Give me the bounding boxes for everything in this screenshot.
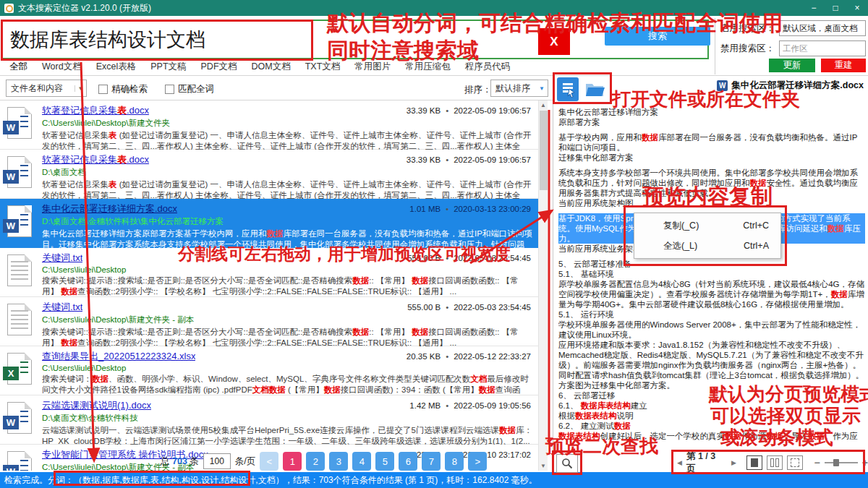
file-name-link[interactable]: 查询结果导出_20220512223324.xlsx (42, 350, 195, 363)
enable-zone-input[interactable]: 默认区域，桌面文档 (779, 20, 866, 36)
file-snippet: 软著登记信息采集表 (如登记过请勿重复登记) 一、申请人信息主体全称、证件号、证… (42, 179, 532, 201)
page-size-input[interactable]: 100 (203, 453, 231, 469)
tab-6[interactable]: TXT文档 (299, 59, 347, 76)
minimize-button[interactable]: − (803, 0, 825, 16)
clear-search-button[interactable]: X (538, 28, 570, 55)
scroll-down-icon[interactable]: ▼ (539, 461, 548, 471)
zoom-slider[interactable]: − + (814, 457, 868, 468)
file-row[interactable]: 关键词.txt 555.00 B • 2022-05-03 23:54:45 C… (0, 248, 538, 297)
whole-word-checkbox[interactable]: 匹配全词 (165, 83, 214, 95)
close-button[interactable]: × (846, 0, 868, 16)
search-field-dropdown[interactable]: 文件名和内容 ▼ (6, 80, 87, 97)
page-button-3[interactable]: 3 (329, 452, 348, 471)
checkbox-icon[interactable] (165, 85, 174, 94)
zoom-track[interactable] (825, 462, 858, 463)
search-button[interactable]: 搜索 (605, 27, 710, 46)
scroll-up-icon[interactable]: ▲ (539, 100, 548, 110)
double-page-mode-button[interactable] (767, 455, 783, 470)
file-snippet: 搜索关键词::提示语::搜索域::是否正则::是否区分大小写::是否全词匹配::… (42, 275, 532, 297)
file-snippet: 软著登记信息采集表 (如登记过请勿重复登记) 一、申请人信息主体全称、证件号、证… (42, 130, 532, 152)
next-page-icon[interactable]: ▶ (731, 459, 736, 466)
maximize-button[interactable]: □ (825, 0, 846, 16)
page-buttons: <12345678> (260, 452, 487, 471)
chevron-down-icon: ▼ (536, 85, 548, 92)
file-path: C:\Users\liulei\Desktop\新建文件夹 - 副本 (42, 314, 532, 325)
tab-4[interactable]: PDF文档 (195, 59, 244, 76)
preview-paragraph: 数据表结构创建好以后，选定一个学校的真实数据作为源数据，导入数据。作为应用系统测… (558, 431, 865, 441)
file-name-link[interactable]: 集中化云部署迁移详细方案.docx (42, 202, 177, 215)
preview-paragraph: 应用环境搭建和版本要求：Java1.8.152（为兼容性和稳定性不改变不升级）、… (558, 340, 865, 390)
exact-search-checkbox[interactable]: 精确检索 (98, 83, 148, 95)
preview-find-button[interactable] (556, 454, 578, 473)
zoom-out-icon[interactable]: − (814, 457, 820, 468)
file-row[interactable]: 关键词.txt 555.00 B • 2022-05-03 23:54:45 C… (0, 297, 538, 346)
file-row[interactable]: W 软著登记信息采集表.docx 33.39 KB • 2022-05-09 1… (0, 100, 538, 150)
file-name-link[interactable]: 关键词.txt (42, 252, 82, 265)
tab-0[interactable]: 全部 (3, 59, 34, 76)
file-snippet: 搜索关键词::提示语::搜索域::是否正则::是否区分大小写::是否全词匹配::… (42, 327, 532, 348)
disable-zone-input[interactable]: 工作区 (779, 40, 866, 56)
preview-paragraph: 5.1、 运行环境 (558, 309, 865, 320)
scroll-mode-button[interactable] (787, 455, 803, 470)
file-name-link[interactable]: 关键词.txt (42, 301, 82, 314)
file-row[interactable]: W 集中化云部署迁移详细方案.docx 1.01 MB • 2020-03-13… (0, 199, 538, 248)
page-button-1[interactable]: 1 (283, 452, 302, 471)
results-scrollbar[interactable]: ▲ ▼ (538, 100, 548, 471)
tab-8[interactable]: 常用压缩包 (399, 59, 457, 76)
zoom-in-icon[interactable]: + (862, 457, 868, 468)
panel-splitter[interactable] (553, 75, 553, 472)
file-date: 2022-05-03 23:54:45 (454, 303, 532, 312)
file-row[interactable]: W 云端选课测试说明(1).docx 1.42 MB • 2022-05-09 … (0, 395, 538, 445)
page-indicator: 第 1 / 3 页 (686, 450, 727, 475)
context-menu-item[interactable]: 复制(_C)Ctrl+C (634, 215, 780, 236)
file-path: C:\Users\liulei\Desktop (42, 364, 532, 372)
rebuild-index-button[interactable]: 重建 (821, 59, 866, 72)
word-file-icon: W (7, 205, 32, 237)
tab-5[interactable]: DOM文档 (245, 59, 297, 76)
file-name-link[interactable]: 软著登记信息采集表.docx (42, 104, 149, 117)
tab-1[interactable]: Word文档 (35, 59, 88, 76)
tab-2[interactable]: Excel表格 (90, 59, 143, 76)
file-name-link[interactable]: 云端选课测试说明(1).docx (42, 399, 151, 412)
chevron-down-icon: ▼ (75, 85, 86, 92)
context-menu: 复制(_C)Ctrl+C全选(_L)Ctrl+A (634, 213, 781, 259)
tab-7[interactable]: 常用图片 (348, 59, 397, 76)
word-file-icon: W (7, 156, 32, 188)
file-row[interactable]: W 软著登记信息采集表.docx 33.39 KB • 2022-05-09 1… (0, 150, 538, 199)
enable-zone-label: 启用搜索区： (720, 22, 775, 35)
zoom-thumb[interactable] (833, 459, 839, 466)
page-button-6[interactable]: 6 (399, 452, 417, 471)
preview-content[interactable]: 集中化云部署迁移详细方案原部署方案基于学校内网，应用和数据库部署在同一台服务器，… (558, 107, 865, 441)
preview-paragraph: 5、 云部署迁移准备 (558, 259, 865, 269)
page-button-<[interactable]: < (260, 452, 278, 471)
prev-page-icon[interactable]: ◀ (677, 459, 682, 466)
preview-page-nav: ◀ 第 1 / 3 页 ▶ − + (677, 453, 868, 472)
file-path: D:\桌面文档\金穗软件科技 (42, 413, 532, 424)
file-name-link[interactable]: 软著登记信息采集表.docx (42, 153, 149, 166)
checkbox-icon[interactable] (98, 85, 108, 94)
app-icon (4, 4, 14, 13)
tab-3[interactable]: PPT文稿 (144, 59, 192, 76)
file-row[interactable]: X 查询结果导出_20220512223324.xlsx 20.35 KB • … (0, 346, 538, 395)
page-button-2[interactable]: 2 (306, 452, 325, 471)
separator-dot: • (446, 106, 448, 115)
update-index-button[interactable]: 更新 (769, 59, 815, 72)
open-folder-button[interactable] (583, 77, 608, 101)
search-input[interactable]: 数据库表结构设计文档 (1, 20, 709, 59)
file-size: 555.00 B (407, 303, 441, 312)
page-button-5[interactable]: 5 (375, 452, 394, 471)
context-menu-item[interactable]: 全选(_L)Ctrl+A (634, 236, 780, 256)
page-button->[interactable]: > (468, 452, 487, 471)
scrollbar-thumb[interactable] (540, 111, 548, 190)
file-badge: W (3, 416, 19, 429)
filter-row: 文件名和内容 ▼ 精确检索 匹配全词 排序： 默认排序 ▼ (0, 76, 553, 100)
tab-9[interactable]: 程序员代码 (459, 59, 517, 76)
page-button-8[interactable]: 8 (445, 452, 464, 471)
sort-dropdown[interactable]: 默认排序 ▼ (490, 80, 548, 97)
open-file-button[interactable] (557, 77, 579, 101)
page-button-4[interactable]: 4 (352, 452, 371, 471)
preview-paragraph: 迁移集中化部署方案 (558, 153, 865, 163)
word-file-icon: W (717, 80, 728, 91)
single-page-mode-button[interactable] (746, 455, 762, 470)
page-button-7[interactable]: 7 (422, 452, 441, 471)
